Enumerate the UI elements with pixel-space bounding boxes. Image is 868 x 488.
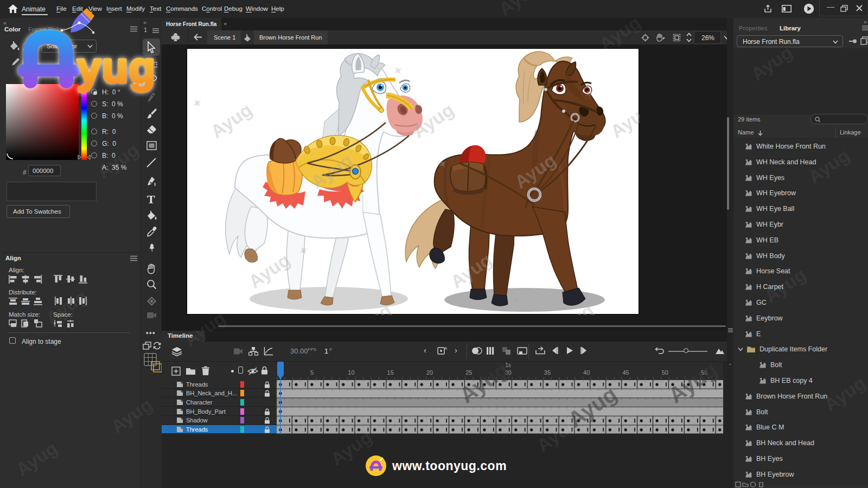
svg-text:50: 50 [662,369,668,376]
svg-text:A: A [444,346,448,351]
svg-text:Ayug: Ayug [207,99,256,142]
svg-text:10: 10 [348,369,354,376]
svg-text:20: 20 [426,369,433,376]
svg-text:✦: ✦ [391,63,405,79]
svg-text:✦: ✦ [190,96,205,111]
svg-text:40: 40 [583,369,590,376]
svg-text:55: 55 [701,369,707,376]
svg-text:25: 25 [465,369,472,376]
svg-text:Ayug: Ayug [635,249,640,292]
svg-text:Ayug: Ayug [607,99,640,142]
svg-text:30: 30 [505,369,511,376]
svg-text:45: 45 [622,369,629,376]
svg-text:5: 5 [310,369,314,376]
svg-text:15: 15 [387,369,394,376]
svg-text:35: 35 [544,369,551,376]
svg-text:1s: 1s [505,362,511,368]
svg-text:yug: yug [77,43,156,92]
